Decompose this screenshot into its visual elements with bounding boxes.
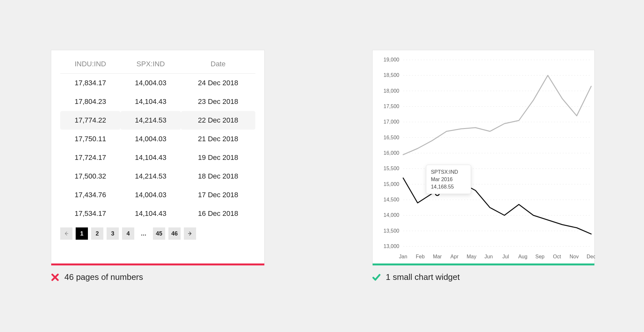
cell-indu: 17,804.23	[60, 92, 120, 111]
svg-text:Jul: Jul	[502, 254, 509, 259]
col-header-spx[interactable]: SPX:IND	[120, 58, 181, 74]
cell-indu: 17,534.17	[60, 204, 120, 223]
svg-text:Jan: Jan	[399, 254, 407, 259]
pager-ellipsis: …	[137, 227, 150, 240]
cell-spx: 14,004.03	[120, 74, 181, 93]
table-row[interactable]: 17,434.7614,004.0317 Dec 2018	[60, 186, 255, 204]
chart-tooltip: SPTSX:IND Mar 2016 14,168.55	[426, 165, 471, 194]
table-row[interactable]: 17,834.1714,004.0324 Dec 2018	[60, 74, 255, 93]
panel-underline	[373, 263, 594, 265]
pager-page-45[interactable]: 45	[153, 227, 165, 240]
cell-date: 18 Dec 2018	[181, 167, 256, 186]
svg-text:17,500: 17,500	[384, 104, 399, 109]
svg-text:May: May	[467, 254, 476, 259]
pager-next[interactable]	[184, 227, 196, 240]
svg-text:19,000: 19,000	[384, 57, 399, 62]
cell-spx: 14,004.03	[120, 186, 181, 204]
series-INDU:IND	[403, 75, 591, 154]
cell-spx: 14,104.43	[120, 148, 181, 167]
svg-text:15,500: 15,500	[384, 166, 399, 171]
pager-prev[interactable]	[60, 227, 72, 240]
svg-text:13,500: 13,500	[384, 228, 399, 234]
cell-date: 22 Dec 2018	[181, 111, 256, 130]
svg-text:17,000: 17,000	[384, 119, 399, 124]
svg-text:18,500: 18,500	[384, 72, 399, 78]
cell-spx: 14,214.53	[120, 111, 181, 130]
col-header-indu[interactable]: INDU:IND	[60, 58, 120, 74]
pager-page-3[interactable]: 3	[107, 227, 119, 240]
arrow-right-icon	[187, 231, 193, 236]
cell-indu: 17,434.76	[60, 186, 120, 204]
table-panel: INDU:IND SPX:IND Date 17,834.1714,004.03…	[51, 50, 265, 264]
check-icon	[372, 273, 381, 281]
svg-text:Aug: Aug	[518, 254, 527, 259]
cell-date: 19 Dec 2018	[181, 148, 256, 167]
svg-text:Feb: Feb	[416, 254, 425, 259]
svg-text:Oct: Oct	[553, 254, 561, 259]
svg-text:14,000: 14,000	[384, 212, 399, 218]
table-row[interactable]: 17,750.1114,004.0321 Dec 2018	[60, 130, 255, 148]
cell-indu: 17,834.17	[60, 74, 120, 93]
table-row[interactable]: 17,804.2314,104.4323 Dec 2018	[60, 92, 255, 111]
svg-text:Apr: Apr	[450, 254, 459, 259]
tooltip-value: 14,168.55	[431, 183, 466, 190]
table-row[interactable]: 17,534.1714,104.4316 Dec 2018	[60, 204, 255, 223]
arrow-left-icon	[63, 231, 69, 236]
pager-page-4[interactable]: 4	[122, 227, 134, 240]
cell-spx: 14,104.43	[120, 204, 181, 223]
cell-indu: 17,774.22	[60, 111, 120, 130]
cell-spx: 14,214.53	[120, 167, 181, 186]
tooltip-label: Mar 2016	[431, 176, 466, 183]
svg-text:18,000: 18,000	[384, 88, 399, 94]
table-row[interactable]: 17,724.1714,104.4319 Dec 2018	[60, 148, 255, 167]
cell-spx: 14,004.03	[120, 130, 181, 148]
chart-panel: 13,00013,50014,00014,50015,00015,50016,0…	[372, 50, 595, 264]
caption-right-text: 1 small chart widget	[386, 272, 460, 282]
cross-icon	[51, 273, 59, 281]
svg-text:15,000: 15,000	[384, 181, 399, 187]
svg-text:16,500: 16,500	[384, 135, 399, 140]
table-row[interactable]: 17,500.3214,214.5318 Dec 2018	[60, 167, 255, 186]
table-row[interactable]: 17,774.2214,214.5322 Dec 2018	[60, 111, 255, 130]
line-chart[interactable]: 13,00013,50014,00014,50015,00015,50016,0…	[373, 50, 595, 264]
caption-right: 1 small chart widget	[372, 272, 460, 282]
svg-text:Sep: Sep	[535, 254, 545, 259]
cell-indu: 17,750.11	[60, 130, 120, 148]
panel-underline	[51, 263, 264, 265]
pagination: 1234…4546	[60, 227, 255, 240]
cell-date: 24 Dec 2018	[181, 74, 256, 93]
svg-text:14,500: 14,500	[384, 197, 399, 202]
pager-page-2[interactable]: 2	[91, 227, 103, 240]
cell-date: 23 Dec 2018	[181, 92, 256, 111]
cell-indu: 17,500.32	[60, 167, 120, 186]
tooltip-series: SPTSX:IND	[431, 168, 466, 176]
col-header-date[interactable]: Date	[181, 58, 256, 74]
svg-text:Dec: Dec	[587, 254, 595, 259]
svg-text:Nov: Nov	[570, 254, 579, 259]
cell-date: 17 Dec 2018	[181, 186, 256, 204]
cell-date: 16 Dec 2018	[181, 204, 256, 223]
pager-page-1[interactable]: 1	[76, 227, 88, 240]
cell-indu: 17,724.17	[60, 148, 120, 167]
svg-text:Jun: Jun	[485, 254, 493, 259]
pager-page-46[interactable]: 46	[168, 227, 181, 240]
svg-text:16,000: 16,000	[384, 150, 399, 156]
cell-spx: 14,104.43	[120, 92, 181, 111]
caption-left-text: 46 pages of numbers	[64, 272, 143, 282]
svg-text:Mar: Mar	[433, 254, 442, 259]
cell-date: 21 Dec 2018	[181, 130, 256, 148]
data-table: INDU:IND SPX:IND Date 17,834.1714,004.03…	[60, 58, 255, 223]
caption-left: 46 pages of numbers	[51, 272, 143, 282]
svg-text:13,000: 13,000	[384, 244, 399, 249]
